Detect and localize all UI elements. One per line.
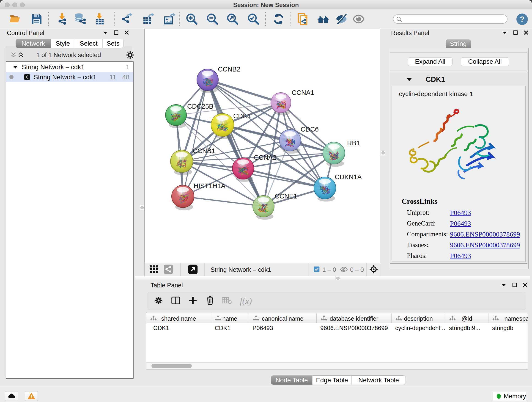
graph-node[interactable] [314, 177, 336, 202]
graph-node[interactable] [271, 93, 291, 115]
zoom-in-icon[interactable] [185, 12, 199, 26]
selected-checkbox-icon[interactable] [314, 266, 320, 273]
cloud-button[interactable] [5, 391, 18, 401]
help-button[interactable]: ? [516, 13, 528, 25]
collapse-all-button[interactable]: Collapse All [461, 57, 509, 66]
graph-edge [183, 196, 264, 206]
column-header-shared-name[interactable]: shared name [146, 313, 211, 323]
table-cell[interactable]: stringdb:9... [449, 323, 488, 332]
hidden-counts: 0 – 0 [350, 266, 364, 274]
left-splitter-handle[interactable] [140, 205, 144, 210]
graph-node[interactable] [232, 158, 254, 182]
import-network-from-database-icon[interactable] [73, 12, 87, 26]
warnings-button[interactable] [25, 391, 38, 401]
column-header--id[interactable]: @id [445, 313, 488, 323]
table-cell[interactable]: CDK1 [153, 323, 210, 332]
graph-node[interactable] [172, 185, 194, 211]
tab-select[interactable]: Select [75, 39, 102, 48]
create-network-from-selection-icon[interactable] [296, 12, 310, 26]
graph-node[interactable] [171, 150, 193, 175]
first-neighbors-icon[interactable] [316, 12, 330, 26]
horizontal-scrollbar[interactable] [146, 362, 528, 369]
search-input[interactable] [393, 14, 507, 24]
add-column-icon[interactable] [189, 296, 197, 306]
column-header-namespace[interactable]: namespace [488, 313, 528, 323]
show-all-icon[interactable] [351, 12, 366, 26]
protein-result-header[interactable]: CDK1 [390, 72, 527, 86]
table-cell[interactable]: 9606.ENSP00000378699 [320, 323, 391, 332]
graph-node-label: CCNA1 [292, 89, 314, 96]
tab-style[interactable]: Style [51, 39, 75, 48]
tab-node-table[interactable]: Node Table [271, 376, 312, 385]
crosslink-label: Tissues: [407, 241, 428, 249]
graph-node[interactable] [211, 114, 234, 139]
hidden-eye-icon [340, 266, 348, 274]
delete-column-trash-icon[interactable] [206, 296, 214, 306]
results-tab-string[interactable]: String [446, 39, 471, 48]
scrollbar-thumb[interactable] [152, 364, 192, 368]
graph-node[interactable] [279, 129, 301, 153]
graph-node[interactable] [165, 104, 186, 128]
crosslink-link[interactable]: 9606.ENSP00000378699 [450, 230, 520, 238]
float-panel-icon[interactable] [501, 283, 506, 287]
crosslink-link[interactable]: P06493 [450, 209, 471, 217]
tab-sets[interactable]: Sets [102, 39, 123, 48]
apply-preferred-layout-icon[interactable] [272, 12, 286, 26]
column-header-canonical-name[interactable]: canonical name [249, 313, 317, 323]
graph-node[interactable] [323, 142, 345, 167]
table-cell[interactable]: stringdb [492, 323, 528, 332]
crosslink-label: Pharos: [407, 252, 427, 259]
export-table-to-file-icon[interactable] [141, 12, 155, 26]
tab-network[interactable]: Network [16, 39, 51, 48]
close-panel-icon[interactable] [124, 30, 129, 35]
float-panel-icon[interactable] [502, 31, 507, 34]
column-header-name[interactable]: name [211, 313, 249, 323]
tab-edge-table[interactable]: Edge Table [312, 376, 351, 385]
open-file-icon[interactable] [8, 12, 22, 26]
close-panel-icon[interactable] [523, 283, 527, 287]
horizontal-splitter[interactable] [135, 276, 530, 280]
maximize-panel-icon[interactable] [513, 30, 518, 35]
table-cell[interactable]: CDK1 [215, 323, 248, 332]
close-panel-icon[interactable] [524, 30, 528, 35]
export-network-to-file-icon[interactable] [120, 12, 134, 26]
selected-counts: 1 – 0 [322, 266, 336, 274]
export-image-icon[interactable] [162, 12, 177, 26]
network-canvas[interactable]: CCNB2CCNA1CDC25BCDK1CDC6RB1CCNB1CCNA2CDK… [144, 29, 380, 263]
network-row-selected[interactable]: String Network – cdk1 11 48 [6, 72, 133, 82]
crosslink-link[interactable]: P06493 [450, 220, 471, 227]
tab-network-table[interactable]: Network Table [351, 376, 405, 385]
import-table-from-file-icon[interactable] [93, 12, 107, 26]
zoom-out-icon[interactable] [205, 12, 220, 26]
graph-node[interactable] [197, 69, 218, 93]
memory-label: Memory [504, 393, 526, 400]
table-cell[interactable]: P06493 [253, 323, 316, 332]
maximize-panel-icon[interactable] [512, 283, 517, 287]
table-settings-gear-icon[interactable] [154, 296, 163, 306]
share-view-icon[interactable] [164, 264, 173, 275]
crosslink-link[interactable]: P06493 [450, 252, 471, 260]
import-network-from-file-icon[interactable] [56, 12, 70, 26]
column-header-description[interactable]: description [392, 313, 445, 323]
crosslink-link[interactable]: 9606.ENSP00000378699 [450, 241, 520, 249]
zoom-fit-content-icon[interactable] [225, 12, 240, 26]
grid-view-icon[interactable] [149, 265, 159, 274]
hide-selected-icon[interactable] [334, 12, 348, 26]
column-header-database-identifier[interactable]: database identifier [317, 313, 392, 323]
birds-eye-view-icon[interactable] [369, 265, 378, 275]
network-tree: String Network – cdk1 1 String Network –… [6, 61, 133, 379]
maximize-panel-icon[interactable] [114, 30, 119, 35]
expand-all-button[interactable]: Expand All [408, 57, 452, 66]
memory-button[interactable]: Memory [493, 392, 526, 401]
graph-node[interactable] [253, 196, 274, 220]
network-collection-row[interactable]: String Network – cdk1 1 [6, 62, 133, 72]
right-splitter-handle[interactable] [381, 150, 385, 155]
open-in-new-window-icon[interactable] [188, 264, 198, 275]
horizontal-splitter-handle[interactable] [336, 276, 340, 280]
zoom-selected-region-icon[interactable] [246, 12, 260, 26]
table-cell[interactable]: cyclin-dependent ... [395, 323, 445, 332]
show-column-panel-icon[interactable] [171, 296, 180, 306]
network-options-gear-icon[interactable] [126, 51, 134, 60]
save-session-icon[interactable] [30, 12, 44, 26]
float-panel-icon[interactable] [103, 31, 108, 34]
